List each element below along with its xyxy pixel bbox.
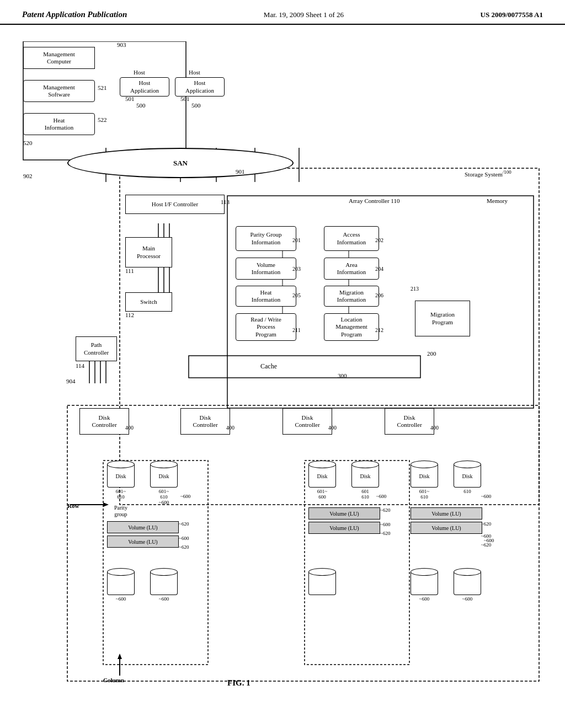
diagram-container: 903 ManagementComputer ManagementSoftwar… [18,41,547,692]
volume-lu-right-2: Volume (LU) [411,522,482,534]
label-203: 203 [292,266,301,272]
box-area-info: AreaInformation [324,258,379,280]
box-migration-info: MigrationInformation [324,286,379,307]
label-902: 902 [23,173,33,180]
svg-marker-22 [118,654,122,659]
disk-7 [308,568,336,595]
label-200: 200 [427,350,436,357]
label-202: 202 [375,237,383,244]
box-rw-process: Read / WriteProcessProgram [236,313,296,341]
label-600-right-bot: ~600 [484,538,494,544]
svg-marker-20 [103,502,109,507]
label-903: 903 [117,41,126,49]
patent-number: US 2009/0077558 A1 [481,10,543,19]
label-213: 213 [411,286,419,292]
label-204: 204 [375,266,383,272]
sheet-info: Mar. 19, 2009 Sheet 1 of 26 [264,10,344,19]
disk-5: Disk 601~ 600 [308,461,336,500]
label-500-1: 500 [136,102,146,109]
label-501-1: 501 [125,95,135,103]
label-600-mid: ~600 [376,494,386,500]
box-location-mgmt: LocationManagementProgram [324,313,379,341]
label-206: 206 [375,292,383,299]
volume-lu-4: Volume (LU) [308,522,380,534]
box-host-if-controller: Host I/F Controller [125,195,225,214]
label-620-right-1: ~620 [481,521,491,527]
label-column: Column [103,677,124,684]
label-904: 904 [66,378,76,385]
label-300: 300 [338,372,347,379]
label-112: 112 [125,312,134,319]
box-access-info: AccessInformation [324,226,379,251]
label-cache: Cache [260,362,277,370]
label-205: 205 [292,292,301,299]
label-111: 111 [125,267,134,275]
label-211: 211 [292,327,301,334]
label-620-3: ~620 [380,507,390,513]
box-parity-group-info: Parity GroupInformation [236,226,296,251]
label-row: Row [67,502,79,510]
label-620-4: ~620 [380,531,390,537]
fig-label: FIG. 1 [227,678,250,688]
box-disk-ctrl-4: DiskController [385,408,434,435]
label-host-2: Host [189,69,200,76]
box-host-app-2: HostApplication [175,77,225,97]
label-600-1: ~600 [179,536,189,542]
box-migration-program: MigrationProgram [415,301,470,336]
label-620-1: ~620 [179,521,189,527]
box-disk-ctrl-3: DiskController [282,408,332,435]
disk-9: Disk 601~ 610 [411,461,438,500]
disk-2: Disk 601~ 610 ~600 [150,461,178,505]
label-parity-group: Paritygroup [114,505,127,518]
san-ellipse: SAN [67,148,294,178]
label-212: 212 [375,327,383,334]
box-heat-info-top: HeatInformation [23,113,95,135]
label-600-2: ~600 [380,522,390,528]
label-522: 522 [98,116,107,124]
box-management-computer: ManagementComputer [23,47,95,69]
box-heat-info-mem: HeatInformation [236,286,296,307]
page-header: Patent Application Publication Mar. 19, … [0,0,565,25]
box-disk-ctrl-2: DiskController [180,408,230,435]
disk-6: Disk 601 610 [351,461,379,500]
box-path-controller: PathController [76,336,117,361]
disk-10: Disk 610 [454,461,481,494]
disk-1: Disk 601~ 610 [107,461,135,500]
volume-lu-2: Volume (LU) [107,536,179,548]
label-400-1: 400 [125,425,134,431]
label-201: 201 [292,237,301,244]
box-volume-info: VolumeInformation [236,258,296,280]
label-host-1: Host [134,69,145,76]
volume-lu-right-1: Volume (LU) [411,507,482,520]
label-501-2: 501 [180,95,190,103]
patent-title: Patent Application Publication [22,10,127,19]
disk-11: ~600 [411,568,438,602]
disk-3: ~600 [107,568,135,602]
volume-lu-3: Volume (LU) [308,507,380,520]
box-main-processor: MainProcessor [125,237,172,267]
label-521: 521 [98,84,107,92]
label-520: 520 [23,140,33,147]
label-storage-system: Storage System/100 [465,169,511,178]
label-400-4: 400 [430,425,439,431]
label-114: 114 [76,362,84,370]
label-600-parity: ~600 [180,494,190,500]
label-array-ctrl: Array Controller 110 [349,197,399,205]
volume-lu-1: Volume (LU) [107,521,179,533]
disk-4: ~600 [150,568,178,602]
label-113: 113 [221,199,230,206]
box-switch: Switch [125,292,172,312]
label-memory: Memory [487,197,508,205]
disk-12: ~600 [454,568,481,602]
label-400-2: 400 [226,425,234,431]
label-901: 901 [236,168,245,175]
box-management-software: ManagementSoftware [23,80,95,102]
label-400-3: 400 [328,425,337,431]
label-600-right: ~600 [481,494,491,500]
box-disk-ctrl-1: DiskController [79,408,129,435]
label-500-2: 500 [191,102,201,109]
svg-rect-3 [189,356,420,378]
label-620-2: ~620 [179,544,189,550]
box-host-app-1: HostApplication [120,77,169,97]
